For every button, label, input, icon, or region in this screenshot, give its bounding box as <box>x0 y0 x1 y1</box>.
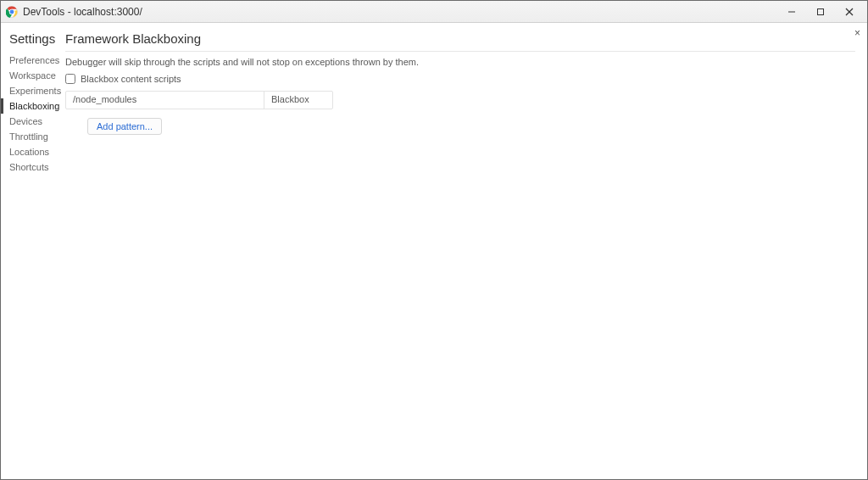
sidebar-item-devices[interactable]: Devices <box>9 114 52 129</box>
sidebar-item-throttling[interactable]: Throttling <box>9 129 52 144</box>
sidebar-item-experiments[interactable]: Experiments <box>9 83 52 98</box>
blackbox-content-scripts-label: Blackbox content scripts <box>81 74 181 84</box>
sidebar-item-locations[interactable]: Locations <box>9 144 52 159</box>
minimize-button[interactable] <box>777 3 806 21</box>
sidebar-item-blackboxing[interactable]: Blackboxing <box>9 98 52 114</box>
settings-main: Framework Blackboxing Debugger will skip… <box>52 23 867 479</box>
sidebar-item-preferences[interactable]: Preferences <box>9 53 52 68</box>
add-pattern-button[interactable]: Add pattern... <box>87 118 162 135</box>
divider <box>65 51 855 52</box>
settings-sidebar: Settings Preferences Workspace Experimen… <box>1 23 52 479</box>
close-settings-button[interactable]: × <box>854 28 860 38</box>
sidebar-item-workspace[interactable]: Workspace <box>9 68 52 83</box>
blackbox-content-scripts-row[interactable]: Blackbox content scripts <box>65 74 859 84</box>
description-text: Debugger will skip through the scripts a… <box>65 57 859 67</box>
blackbox-pattern-table: /node_modules Blackbox <box>65 91 333 109</box>
close-window-button[interactable] <box>835 3 864 21</box>
settings-header: Settings <box>9 31 52 46</box>
window-title: DevTools - localhost:3000/ <box>23 6 142 18</box>
page-title: Framework Blackboxing <box>65 31 859 51</box>
maximize-button[interactable] <box>806 3 835 21</box>
chrome-icon <box>6 6 18 18</box>
pattern-cell[interactable]: /node_modules <box>66 92 264 109</box>
settings-panel: × Settings Preferences Workspace Experim… <box>1 23 867 479</box>
svg-point-2 <box>10 9 14 14</box>
sidebar-item-shortcuts[interactable]: Shortcuts <box>9 159 52 175</box>
settings-nav: Preferences Workspace Experiments Blackb… <box>9 53 52 175</box>
titlebar: DevTools - localhost:3000/ <box>1 1 867 23</box>
behavior-cell[interactable]: Blackbox <box>264 92 332 109</box>
svg-rect-4 <box>818 8 824 14</box>
devtools-window: DevTools - localhost:3000/ × Settings Pr… <box>0 0 868 480</box>
blackbox-content-scripts-checkbox[interactable] <box>65 74 75 84</box>
